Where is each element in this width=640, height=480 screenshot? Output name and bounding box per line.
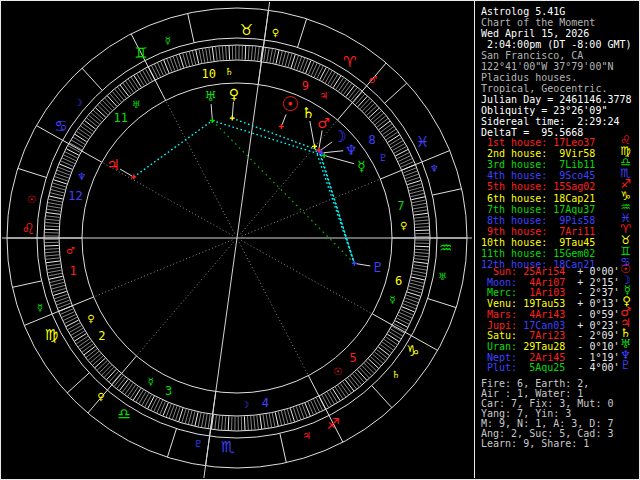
planet-position: 7Ari23: [517, 330, 565, 341]
degree-tick: [383, 127, 394, 135]
degree-tick: [398, 315, 411, 321]
degree-tick: [89, 115, 100, 124]
degree-tick: [414, 213, 428, 215]
degree-tick: [66, 149, 78, 155]
degree-tick: [379, 121, 390, 129]
planet-label: Plut:: [481, 362, 517, 373]
house-cusp-text: 11th house: 15Gem02: [481, 248, 595, 259]
degree-tick: [362, 101, 372, 111]
degree-tick: [331, 74, 338, 86]
sign-ruler-glyph-icon: ♂: [369, 74, 378, 85]
info-line: Tropical, Geocentric.: [481, 83, 636, 94]
chart-wheel-area: ♈♂♉♀♊☿♋☽♌☉♍☿♎♀♏♇♐♃♑♄♒♅♓♆1♂2♀3☿4☽5☉6☿7♀8♇…: [0, 0, 474, 480]
degree-tick: [212, 47, 214, 61]
degree-tick: [375, 116, 386, 125]
degree-tick: [97, 361, 107, 371]
degree-tick: [366, 361, 376, 371]
planet-label: Jupi:: [481, 320, 517, 331]
degree-tick: [264, 48, 266, 62]
planet-position: 2Ari45: [517, 352, 565, 363]
degree-tick: [251, 416, 252, 430]
degree-tick: [78, 339, 90, 347]
degree-tick: [120, 85, 128, 96]
degree-tick: [381, 124, 392, 132]
degree-tick: [382, 342, 393, 350]
degree-tick: [270, 49, 273, 63]
degree-tick: [415, 220, 429, 221]
degree-tick: [248, 46, 249, 60]
house-cusp-line: [372, 314, 437, 351]
degree-tick: [45, 255, 59, 256]
degree-tick: [74, 334, 86, 341]
astrolog-window: ♈♂♉♀♊☿♋☽♌☉♍☿♎♀♏♇♐♃♑♄♒♅♓♆1♂2♀3☿4☽5☉6☿7♀8♇…: [0, 0, 640, 480]
degree-tick: [46, 212, 60, 214]
degree-tick: [360, 99, 370, 109]
degree-tick: [65, 152, 78, 158]
house-number-10: 10: [201, 67, 215, 81]
planet-velocity: - 0°10': [565, 341, 619, 352]
degree-tick: [206, 48, 208, 62]
info-line-text: Tropical, Geocentric.: [481, 83, 607, 94]
house-row: 5th house: 15Sag02♐: [481, 181, 636, 192]
degree-tick: [414, 262, 428, 264]
house-cusp-line: [24, 297, 93, 326]
degree-tick: [195, 412, 198, 426]
degree-tick: [188, 411, 192, 425]
degree-tick: [91, 113, 102, 122]
sign-ruler-glyph-icon: ♆: [430, 163, 439, 174]
degree-tick: [369, 108, 379, 117]
degree-tick: [130, 387, 138, 399]
planet-position: 19Tau53: [517, 298, 565, 309]
degree-tick: [384, 339, 396, 347]
info-line: Obliquity = 23°26'09": [481, 105, 636, 116]
house-number-3: 3: [165, 384, 172, 398]
planet-glyph-venus-icon: ♀: [229, 86, 239, 102]
sign-boundary-line: [67, 373, 89, 393]
degree-tick: [110, 94, 119, 105]
planet-glyph-sun-icon: ☉: [281, 92, 299, 116]
planet-glyph-icon: ♇: [620, 360, 631, 371]
degree-tick: [413, 203, 427, 206]
degree-tick: [49, 196, 63, 199]
sign-boundary-line: [18, 168, 47, 177]
degree-tick: [415, 255, 429, 256]
degree-tick: [87, 118, 98, 127]
degree-tick: [136, 390, 143, 402]
degree-tick: [373, 113, 384, 122]
degree-tick: [415, 227, 429, 228]
degree-tick: [62, 312, 75, 318]
degree-tick: [115, 89, 124, 100]
degree-tick: [387, 334, 399, 342]
degree-tick: [384, 129, 396, 137]
degree-tick: [142, 393, 149, 405]
degree-tick: [95, 108, 105, 117]
degree-tick: [414, 217, 428, 219]
degree-tick: [414, 210, 428, 212]
degree-tick: [93, 110, 103, 119]
degree-tick: [386, 132, 398, 140]
degree-tick: [327, 392, 334, 404]
aspect-line-saturn-pluto: [315, 146, 355, 263]
degree-tick: [311, 401, 317, 414]
planet-velocity: + 0°23': [565, 320, 619, 331]
degree-tick: [269, 414, 272, 428]
degree-tick: [120, 379, 129, 390]
planet-row: Moon: 4Ari07 + 2°15'☽: [481, 277, 636, 288]
degree-tick: [325, 71, 332, 83]
house-number-12: 12: [68, 189, 82, 203]
house-cusp-text: 3rd house: 7Lib11: [481, 159, 595, 170]
degree-tick: [412, 200, 426, 203]
planet-glyph-mars-icon: ♂: [317, 115, 330, 131]
house-spoke-dotted: [241, 240, 372, 313]
info-line-text: San Francisco, CA: [481, 50, 583, 61]
degree-tick: [183, 53, 187, 66]
totals-text: Learn: 9, Share: 1: [481, 438, 589, 449]
degree-tick: [281, 411, 284, 425]
degree-tick: [102, 100, 112, 110]
house-number-5: 5: [350, 351, 357, 365]
degree-tick: [69, 326, 81, 333]
degree-tick: [85, 121, 96, 130]
house-cusp-text: 2nd house: 9Vir58: [481, 148, 595, 159]
sign-ruler-glyph-icon: ☿: [165, 35, 171, 46]
degree-tick: [48, 203, 62, 206]
